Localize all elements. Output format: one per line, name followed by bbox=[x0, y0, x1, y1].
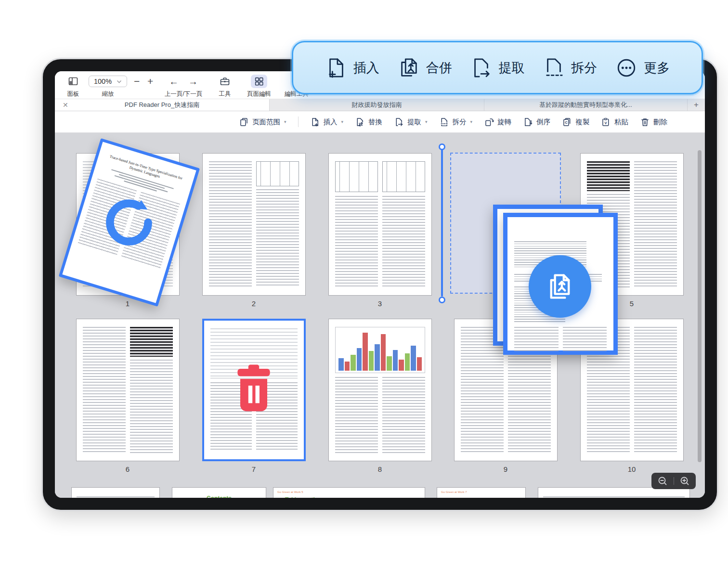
paste-label: 粘貼 bbox=[614, 117, 628, 127]
zoom-select[interactable]: 100% bbox=[89, 76, 127, 87]
page-thumbnail-3[interactable] bbox=[328, 153, 432, 296]
page-rotate-icon bbox=[484, 117, 494, 127]
tab-financial-aid-guide[interactable]: 財政援助發放指南 bbox=[270, 99, 484, 111]
fake-text bbox=[77, 496, 155, 497]
paste-button[interactable]: V 粘貼 bbox=[601, 117, 628, 127]
page-extract-icon bbox=[470, 57, 492, 79]
fake-text bbox=[563, 327, 607, 353]
merge-pages-icon bbox=[398, 57, 420, 79]
new-tab-button[interactable]: + bbox=[688, 99, 705, 111]
page-insert-icon bbox=[310, 117, 320, 127]
page-extract-icon bbox=[394, 117, 404, 127]
trash-icon bbox=[640, 117, 650, 127]
page-thumbnail-11[interactable] bbox=[71, 487, 160, 498]
page-edit-button[interactable]: 頁面編輯 bbox=[242, 75, 276, 98]
caret-down-icon: ▾ bbox=[470, 119, 473, 124]
insert-button[interactable]: 插入 ▾ bbox=[310, 117, 344, 127]
page-thumbnail-6[interactable] bbox=[76, 319, 180, 461]
callout-extract-button[interactable]: 提取 bbox=[470, 57, 524, 79]
page-split-icon bbox=[439, 117, 449, 127]
insert-label: 插入 bbox=[324, 117, 338, 127]
tools-button[interactable]: 工具 bbox=[214, 75, 236, 98]
extract-label: 提取 bbox=[407, 117, 421, 127]
previous-page-button[interactable]: ← bbox=[169, 76, 179, 87]
vertical-scrollbar[interactable] bbox=[698, 150, 702, 462]
page-insert-icon bbox=[325, 57, 347, 79]
page-thumbnail-14[interactable]: Go Green at Work 7 Carbon emissions per … bbox=[437, 487, 526, 498]
toolbar-divider bbox=[298, 117, 299, 127]
running-header: Go Green at Work 5 bbox=[273, 488, 425, 493]
figure-placeholder bbox=[587, 161, 630, 191]
tab-bar: ✕ PDF Reader Pro_快速指南 財政援助發放指南 基於跟蹤的動態實時… bbox=[55, 99, 705, 111]
callout-insert-button[interactable]: 插入 bbox=[325, 57, 379, 79]
copy-icon: C bbox=[562, 117, 572, 127]
fake-text bbox=[634, 327, 677, 453]
page-number: 2 bbox=[191, 299, 317, 308]
rotate-icon bbox=[103, 196, 156, 249]
divider bbox=[674, 477, 674, 485]
zoom-in-thumbnails-button[interactable] bbox=[679, 476, 690, 486]
zoom-in-button[interactable]: + bbox=[147, 75, 153, 88]
contents-heading: Contents bbox=[172, 495, 266, 498]
fake-text bbox=[209, 161, 252, 287]
callout-more-button[interactable]: 更多 bbox=[615, 57, 670, 79]
reverse-button[interactable]: 倒序 bbox=[523, 117, 550, 127]
page-thumbnail-12[interactable]: Contents bbox=[172, 487, 266, 498]
fake-text bbox=[382, 377, 425, 453]
tab-label: PDF Reader Pro_快速指南 bbox=[125, 101, 199, 109]
svg-text:V: V bbox=[605, 120, 607, 125]
split-button[interactable]: 拆分 ▾ bbox=[439, 117, 473, 127]
page-number: 1 bbox=[65, 299, 191, 308]
page-number: 9 bbox=[442, 465, 569, 473]
minus-icon: − bbox=[134, 75, 140, 88]
delete-button[interactable]: 刪除 bbox=[640, 117, 667, 127]
callout-label: 提取 bbox=[498, 59, 524, 77]
zoom-out-thumbnails-button[interactable] bbox=[657, 476, 668, 486]
split-label: 拆分 bbox=[453, 117, 467, 127]
page-number: 8 bbox=[317, 465, 443, 473]
merge-pages-icon bbox=[529, 255, 591, 318]
close-icon[interactable]: ✕ bbox=[63, 101, 68, 109]
rotate-label: 旋轉 bbox=[497, 117, 511, 127]
page-thumbnail-13[interactable]: Go Green at Work 5 Taking action bbox=[273, 487, 425, 498]
panel-button[interactable]: 面板 bbox=[62, 75, 85, 98]
callout-split-button[interactable]: 拆分 bbox=[543, 57, 597, 79]
insert-indicator-dot-bottom bbox=[439, 297, 445, 303]
more-circle-icon bbox=[615, 57, 637, 79]
page: 面板 100% 縮放 − + bbox=[0, 0, 728, 570]
zoom-out-button[interactable]: − bbox=[134, 75, 140, 88]
figure-placeholder bbox=[335, 161, 378, 192]
paste-icon: V bbox=[601, 117, 611, 127]
fake-text bbox=[335, 196, 378, 287]
callout-merge-button[interactable]: 合併 bbox=[398, 57, 452, 79]
page-number: 3 bbox=[317, 299, 443, 308]
callout-label: 拆分 bbox=[571, 59, 597, 77]
chart-placeholder bbox=[335, 327, 425, 373]
next-page-button[interactable]: → bbox=[188, 76, 198, 87]
page-thumbnail-2[interactable] bbox=[202, 153, 306, 296]
copy-button[interactable]: C 複製 bbox=[562, 117, 589, 127]
reverse-label: 倒序 bbox=[536, 117, 550, 127]
thumbnail-zoom-controls bbox=[651, 473, 696, 489]
fake-text bbox=[514, 327, 559, 353]
fake-text bbox=[256, 189, 299, 287]
callout-label: 更多 bbox=[644, 59, 670, 77]
fake-text bbox=[83, 327, 126, 453]
page-thumbnail-8[interactable] bbox=[328, 319, 432, 461]
chart-caption: Carbon emissions per person - top 10 emi… bbox=[437, 497, 525, 498]
tab-quick-guide[interactable]: ✕ PDF Reader Pro_快速指南 bbox=[55, 99, 270, 111]
page-range-button[interactable]: 页面范围 ▾ bbox=[239, 117, 286, 127]
chevron-down-icon bbox=[117, 79, 122, 84]
pages-stack-icon bbox=[239, 117, 249, 127]
delete-marker-icon bbox=[234, 363, 274, 415]
plus-icon: + bbox=[147, 75, 153, 88]
caret-down-icon: ▾ bbox=[341, 119, 344, 124]
extract-button[interactable]: 提取 ▾ bbox=[394, 117, 428, 127]
tablet-frame: 面板 100% 縮放 − + bbox=[41, 58, 718, 511]
rotate-button[interactable]: 旋轉 bbox=[484, 117, 511, 127]
tab-trace-based-specialization[interactable]: 基於跟蹤的動態實時類型專業化... bbox=[484, 99, 688, 111]
figure-placeholder bbox=[382, 161, 425, 192]
replace-button[interactable]: 替換 bbox=[355, 117, 382, 127]
page-edit-label: 頁面編輯 bbox=[242, 90, 276, 98]
insert-indicator-line bbox=[441, 149, 443, 297]
